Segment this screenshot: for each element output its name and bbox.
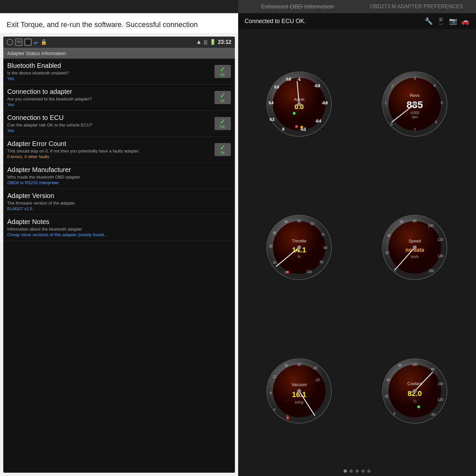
tab-right-label: OBD273 M ADAPTER PREFERENCES (370, 4, 463, 10)
status-icon-3: 🖼 (24, 39, 32, 46)
car-icon[interactable]: 🚗 (461, 17, 469, 25)
svg-text:-20: -20 (313, 366, 318, 370)
svg-text:120: 120 (438, 398, 443, 402)
svg-text:0.4: 0.4 (269, 101, 273, 105)
svg-text:Throttle: Throttle (292, 238, 306, 243)
adapter-item-conn-adapter-content: Connection to adapter Are you connected … (7, 88, 211, 107)
svg-point-52 (297, 245, 301, 249)
phone-icon[interactable]: 📱 (437, 17, 445, 25)
adapter-item-bluetooth-content: Bluetooth Enabled Is the device bluetoot… (7, 62, 211, 81)
nav-dot-3[interactable] (355, 469, 359, 473)
adapter-status-header: Adapter Status Information (3, 48, 235, 59)
svg-text:120: 120 (438, 238, 443, 241)
svg-text:-1: -1 (298, 77, 301, 81)
nav-dot-4[interactable] (361, 469, 365, 473)
svg-point-17 (295, 125, 298, 128)
lock-icon: 🔒 (41, 39, 47, 45)
svg-point-34 (413, 102, 417, 106)
svg-text:Revs: Revs (410, 93, 420, 98)
bottom-nav-dots (238, 466, 476, 476)
svg-text:160: 160 (429, 269, 434, 273)
adapter-item-bluetooth: Bluetooth Enabled Is the device bluetoot… (3, 59, 235, 85)
gauges-area: -1 -0.8 -0.6 -0.4 -0.2 0 0.2 0.4 0.6 0.8… (238, 29, 476, 466)
svg-text:6: 6 (435, 120, 437, 124)
svg-point-84 (297, 389, 301, 393)
svg-text:60: 60 (398, 364, 402, 367)
svg-text:Speed: Speed (409, 238, 421, 243)
svg-text:0.6: 0.6 (274, 85, 279, 89)
svg-text:20: 20 (269, 244, 273, 248)
adapter-item-mfr-desc: Who made the bluetooth OBD adapter (7, 175, 231, 180)
wrench-icon[interactable]: 🔧 (425, 17, 433, 25)
adapter-item-notes-title: Adapter Notes (7, 218, 231, 226)
top-bar-left (0, 0, 238, 13)
svg-text:180: 180 (412, 363, 418, 367)
adapter-item-error-count: Adapter Error Count This should stay on … (3, 137, 235, 163)
instruction-text: Exit Torque, and re-run the software. Su… (0, 13, 238, 33)
svg-text:20: 20 (297, 363, 301, 367)
header-icons: 🔧 📱 📷 🚗 (425, 17, 469, 25)
gauge-speed-svg: 80 100 120 140 160 60 40 20 0 Speed no d… (382, 214, 448, 280)
adapter-item-mfr-value: OBDII to RS232 Interpreter (7, 180, 231, 185)
ok-text-conn-ecu: OK (220, 125, 225, 129)
nav-dot-1[interactable] (344, 469, 347, 473)
nav-dot-5[interactable] (367, 469, 371, 473)
svg-point-69 (413, 245, 417, 249)
svg-text:0.2: 0.2 (270, 118, 274, 121)
svg-text:60: 60 (311, 222, 315, 226)
time-display: 23:12 (218, 39, 232, 45)
ecu-status-label: Connected to ECU OK. (245, 18, 306, 25)
adapter-item-conn-adapter-value: Yes (7, 102, 211, 107)
gauge-vacuum-svg: 20 -20 -10 16 12 8 4 0 Vacuum 16.1 in/Hg (266, 358, 332, 424)
signal-bars: ||| (204, 40, 208, 45)
svg-point-102 (413, 389, 417, 393)
svg-text:40: 40 (284, 220, 288, 224)
adapter-item-error-content: Adapter Error Count This should stay on … (7, 140, 211, 159)
adapter-item-mfr-content: Adapter Manufacturer Who made the blueto… (7, 166, 231, 185)
ok-text-bluetooth: OK (220, 73, 225, 77)
ok-text-error: OK (220, 151, 225, 155)
gauge-coolant: 180 80 100 120 -40 60 40 20 0 Coolant 82… (359, 321, 471, 461)
check-badge-bluetooth: ✓ OK (214, 65, 231, 78)
svg-text:0: 0 (394, 412, 396, 416)
svg-text:x1000: x1000 (410, 111, 420, 115)
gauge-accel: -1 -0.8 -0.6 -0.4 -0.2 0 0.2 0.4 0.6 0.8… (243, 34, 355, 174)
svg-text:in/Hg: in/Hg (295, 400, 303, 404)
svg-text:2: 2 (391, 84, 393, 88)
svg-text:7: 7 (414, 128, 416, 132)
camera-icon[interactable]: 📷 (449, 17, 457, 25)
svg-text:km/h: km/h (411, 255, 419, 259)
svg-text:8: 8 (270, 391, 272, 395)
svg-text:4: 4 (273, 408, 275, 411)
svg-text:20: 20 (385, 251, 389, 255)
checkmark-conn-adapter: ✓ (220, 92, 226, 99)
adapter-item-error-desc: This should stay on 0, if not then you p… (7, 149, 211, 154)
phone-status-bar: OK 🖼 ⬐ 🔒 ▲ ||| 🔋 23:12 (3, 37, 235, 48)
svg-text:100: 100 (438, 382, 443, 386)
right-panel: Connected to ECU OK. 🔧 📱 📷 🚗 (238, 13, 476, 476)
tab-enhanced-obd[interactable]: Enhanced OBD Information (238, 0, 357, 13)
adapter-item-ver-title: Adapter Version (7, 192, 231, 200)
gauge-throttle: 50 60 70 80 90 100 40 30 20 10 0 Throttl… (243, 178, 355, 318)
svg-text:16: 16 (284, 364, 288, 367)
gauge-accel-svg: -1 -0.8 -0.6 -0.4 -0.2 0 0.2 0.4 0.6 0.8… (266, 71, 332, 137)
nav-dot-2[interactable] (350, 469, 353, 473)
svg-text:-40: -40 (431, 413, 435, 416)
svg-text:80: 80 (431, 368, 435, 371)
svg-text:12: 12 (273, 375, 277, 378)
svg-text:-0.6: -0.6 (322, 101, 328, 105)
adapter-item-conn-adapter-title: Connection to adapter (7, 88, 211, 96)
svg-text:80: 80 (413, 219, 417, 223)
wifi-icon: ▲ (196, 39, 202, 45)
svg-point-16 (297, 102, 301, 106)
svg-text:rpm: rpm (412, 115, 418, 119)
top-bar: Enhanced OBD Information OBD273 M ADAPTE… (0, 0, 476, 13)
adapter-item-ver-content: Adapter Version The firmware version of … (7, 192, 231, 211)
tab-adapter-preferences[interactable]: OBD273 M ADAPTER PREFERENCES (357, 0, 476, 13)
checkmark-bluetooth: ✓ (220, 66, 226, 73)
adapter-items: Bluetooth Enabled Is the device bluetoot… (3, 59, 235, 473)
status-icons-right: ▲ ||| 🔋 23:12 (196, 39, 232, 45)
status-icons-left: OK 🖼 ⬐ 🔒 (7, 39, 47, 46)
svg-text:100: 100 (428, 224, 434, 228)
status-icon-1 (7, 39, 13, 45)
